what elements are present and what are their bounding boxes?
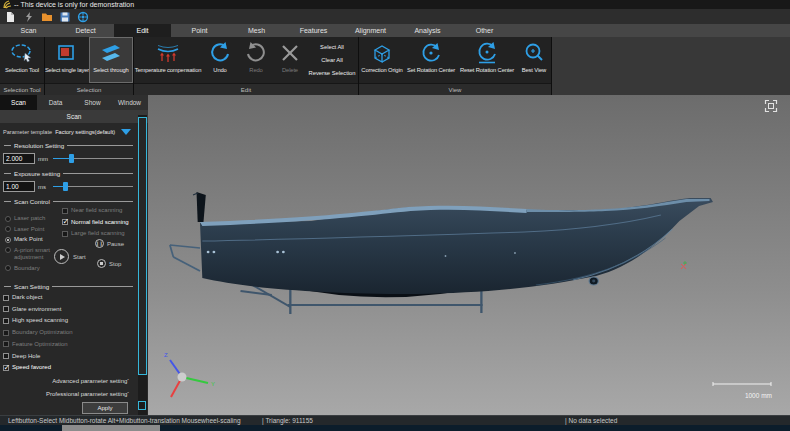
- resolution-input[interactable]: [3, 153, 35, 164]
- scrollbar-handle-box[interactable]: [138, 401, 146, 410]
- exposure-input[interactable]: [3, 181, 35, 192]
- parameter-template-row: Parameter template Factory settings(defa…: [0, 123, 137, 138]
- new-file-icon: [5, 11, 16, 23]
- checkbox-high-speed-scanning[interactable]: High speed scanning: [0, 315, 137, 327]
- main-area: Scan Data Show Window Scan Parameter tem…: [0, 95, 790, 415]
- axis-triad: Z Y: [162, 347, 220, 402]
- start-scan-button[interactable]: Start: [54, 249, 86, 264]
- new-file-button[interactable]: [4, 10, 17, 23]
- select-through-button[interactable]: Select through: [89, 37, 133, 83]
- fit-view-icon[interactable]: [764, 99, 778, 113]
- parameter-template-select[interactable]: Factory settings(default): [55, 129, 118, 135]
- radio-boundary[interactable]: Boundary: [5, 265, 62, 273]
- reverse-selection-button[interactable]: Reverse Selection: [308, 68, 356, 78]
- 3d-viewport[interactable]: Z Y 1000 mm: [148, 95, 790, 415]
- save-icon: [59, 11, 71, 23]
- refresh-button[interactable]: [22, 10, 35, 23]
- open-folder-button[interactable]: [40, 10, 53, 23]
- set-rotation-center-button[interactable]: Set Rotation Center: [405, 37, 457, 83]
- device-settings-button[interactable]: [76, 10, 89, 23]
- scan-control-group-title: Scan Control: [4, 198, 133, 205]
- mouse-hints-text: Leftbutton-Select Midbutton-rotate Alt+M…: [8, 416, 241, 425]
- chevron-down-icon[interactable]: [121, 129, 131, 135]
- reset-rotation-center-button[interactable]: Reset Rotation Center: [457, 37, 517, 83]
- temperature-compensation-button[interactable]: Temperature compensation: [134, 37, 202, 83]
- radio-laser-patch[interactable]: Laser patch: [5, 215, 62, 223]
- save-button[interactable]: [58, 10, 71, 23]
- stern-bracket: [170, 245, 200, 271]
- ribbon-group-view: Correction Origin Set Rotation Center: [359, 37, 552, 95]
- panel-tab-data[interactable]: Data: [37, 95, 74, 110]
- apply-button[interactable]: Apply: [82, 402, 128, 414]
- radio-icon: [5, 216, 11, 222]
- tab-other[interactable]: Other: [456, 24, 513, 37]
- checkbox-icon: [3, 318, 9, 324]
- checkbox-icon: [3, 341, 9, 347]
- chevron-down-icon: ˇ: [127, 391, 129, 397]
- professional-parameter-setting-link[interactable]: Professional parameter settingˇ: [0, 391, 137, 397]
- best-view-button[interactable]: Best View: [517, 37, 551, 83]
- radio-icon: [5, 265, 11, 271]
- delete-x-icon: [279, 40, 301, 66]
- checkbox-icon: [62, 208, 68, 214]
- checkbox-dark-object[interactable]: Dark object: [0, 292, 137, 304]
- panel-scrollbar[interactable]: [138, 115, 147, 415]
- radio-mark-point[interactable]: Mark Point: [5, 236, 62, 244]
- scale-bar-label: 1000 mm: [712, 392, 772, 399]
- scrollbar-thumb[interactable]: [138, 117, 147, 375]
- checkbox-speed-favored[interactable]: Speed favored: [0, 362, 137, 374]
- checkbox-deep-hole[interactable]: Deep Hole: [0, 350, 137, 362]
- status-bar: Leftbutton-Select Midbutton-rotate Alt+M…: [0, 415, 790, 425]
- tab-analysis[interactable]: Analysis: [399, 24, 456, 37]
- advanced-parameter-setting-link[interactable]: Advanced parameter settingˇ: [0, 378, 137, 384]
- checkbox-large-field-scanning[interactable]: Large field scanning: [62, 230, 139, 238]
- correction-origin-button[interactable]: Correction Origin: [359, 37, 405, 83]
- resolution-slider-handle[interactable]: [69, 154, 74, 163]
- resolution-slider[interactable]: [53, 153, 133, 164]
- tab-scan[interactable]: Scan: [0, 24, 57, 37]
- selection-tool-button[interactable]: Selection Tool: [0, 37, 44, 83]
- tab-point[interactable]: Point: [171, 24, 228, 37]
- app-logo-icon: [3, 0, 11, 9]
- stop-scan-button[interactable]: Stop: [97, 259, 121, 268]
- ribbon: Selection Tool Selection Tool Select sin…: [0, 37, 790, 95]
- exposure-slider-handle[interactable]: [63, 182, 68, 191]
- checkbox-icon: [3, 353, 9, 359]
- select-through-icon: [99, 40, 123, 66]
- delete-button[interactable]: Delete: [274, 37, 306, 83]
- button-label: Correction Origin: [361, 67, 402, 73]
- tab-edit[interactable]: Edit: [114, 24, 171, 37]
- panel-tab-window[interactable]: Window: [111, 95, 148, 110]
- panel-tab-show[interactable]: Show: [74, 95, 111, 110]
- selection-commands-stack: Select All Clear All Reverse Selection: [306, 37, 358, 83]
- tab-alignment[interactable]: Alignment: [342, 24, 399, 37]
- checkbox-glare-environment[interactable]: Glare environment: [0, 304, 137, 316]
- pause-scan-button[interactable]: ❙❙ Pause: [95, 239, 124, 248]
- scale-bar-line: [712, 381, 772, 388]
- checkbox-boundary-optimization[interactable]: Boundary Optimization: [0, 327, 137, 339]
- clear-all-button[interactable]: Clear All: [308, 55, 356, 65]
- group-label-edit: Edit: [134, 83, 358, 95]
- tab-features[interactable]: Features: [285, 24, 342, 37]
- undo-icon: [208, 40, 232, 66]
- boat-scan-mesh[interactable]: [148, 95, 790, 415]
- play-icon: [54, 249, 69, 264]
- undo-button[interactable]: Undo: [202, 37, 238, 83]
- checkbox-feature-optimization[interactable]: Feature Optimization: [0, 339, 137, 351]
- redo-button[interactable]: Redo: [238, 37, 274, 83]
- panel-header: Scan: [0, 110, 148, 123]
- steering-wheel-icon: [77, 11, 89, 23]
- checkbox-normal-field-scanning[interactable]: Normal field scanning: [62, 219, 139, 227]
- radio-laser-point[interactable]: Laser Point: [5, 226, 62, 234]
- panel-tab-scan[interactable]: Scan: [0, 95, 37, 110]
- checkbox-near-field-scanning[interactable]: Near field scanning: [62, 207, 139, 215]
- ribbon-empty-area: [552, 37, 790, 95]
- checkbox-icon: [62, 231, 68, 237]
- exposure-slider[interactable]: [53, 181, 133, 192]
- tab-detect[interactable]: Detect: [57, 24, 114, 37]
- tab-mesh[interactable]: Mesh: [228, 24, 285, 37]
- checkbox-icon: [3, 306, 9, 312]
- select-single-layer-button[interactable]: Select single layer: [45, 37, 89, 83]
- checkbox-icon: [3, 365, 9, 371]
- select-all-button[interactable]: Select All: [308, 42, 356, 52]
